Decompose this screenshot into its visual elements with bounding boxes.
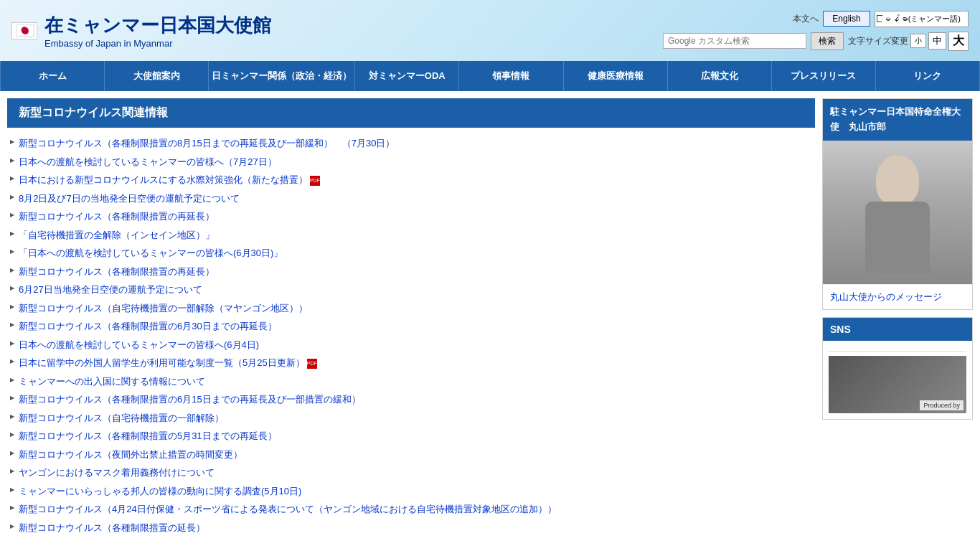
pdf-icon: PDF [310,176,320,186]
news-link[interactable]: 新型コロナウイルス（4月24日付保健・スポーツ省による発表について（ヤンゴン地域… [19,504,557,514]
header-left: 🇯🇵 在ミャンマー日本国大使館 Embassy of Japan in Myan… [11,13,271,49]
nav-item[interactable]: ホーム [0,61,105,91]
sns-produced-by: Produced by [920,400,963,410]
news-link[interactable]: 新型コロナウイルス（各種制限措置の延長） [19,522,205,533]
news-link[interactable]: 新型コロナウイルス（各種制限措置の6月15日までの再延長及び一部措置の緩和） [19,394,361,405]
news-link[interactable]: 6月27日当地発全日空便の運航予定について [19,284,202,295]
search-input[interactable] [663,33,806,49]
ambassador-image [823,141,972,284]
nav-item[interactable]: 広報文化 [668,61,772,91]
ambassador-photo [823,141,972,284]
nav-item[interactable]: 健康医療情報 [564,61,668,91]
list-item: 新型コロナウイルス（各種制限措置の8月15日までの再延長及び一部緩和） （7月3… [10,136,812,151]
section-header: 新型コロナウイルス関連情報 [7,98,815,128]
news-link[interactable]: 新型コロナウイルス（自宅待機措置の一部解除） [19,413,224,423]
language-bar: 本文へ English မြန်မာ(ミャンマー語) [793,11,969,27]
list-item: ミャンマーにいらっしゃる邦人の皆様の動向に関する調査(5月10日) [10,484,812,499]
ambassador-box: 駐ミャンマー日本国特命全権大使 丸山市郎 丸山大使からのメッセージ [822,98,973,310]
list-item: 日本への渡航を検討しているミャンマーの皆様へ(6月4日) [10,338,812,352]
nav-item[interactable]: 大使館案内 [105,61,209,91]
list-item: 新型コロナウイルス（各種制限措置の再延長） [10,209,812,224]
header-right: 本文へ English မြန်မာ(ミャンマー語) 検索 文字サイズ変更 小 … [663,11,969,51]
english-lang-button[interactable]: English [823,11,870,27]
list-item: ミャンマーへの出入国に関する情報について [10,375,812,389]
main-navigation: ホーム大使館案内日ミャンマー関係（政治・経済）対ミャンマーODA領事情報健康医療… [0,61,980,91]
list-item: ヤンゴンにおけるマスク着用義務付けについて [10,466,812,480]
pdf-icon: PDF [307,359,317,369]
jp-text-link[interactable]: 本文へ [793,13,819,25]
sns-header: SNS [823,318,972,341]
nav-item[interactable]: プレスリリース [772,61,876,91]
list-item: 新型コロナウイルス（各種制限措置の延長） [10,521,812,535]
list-item: 新型コロナウイルス（各種制限措置の6月30日までの再延長） [10,319,812,334]
news-link[interactable]: 新型コロナウイルス（各種制限措置の再延長） [19,211,215,222]
news-link[interactable]: 日本への渡航を検討しているミャンマーの皆様へ（7月27日） [19,156,277,167]
list-item: 6月27日当地発全日空便の運航予定について [10,283,812,297]
list-item: 新型コロナウイルス（各種制限措置の5月31日までの再延長） [10,429,812,443]
list-item: 日本への渡航を検討しているミャンマーの皆様へ（7月27日） [10,155,812,169]
ambassador-message-link[interactable]: 丸山大使からのメッセージ [823,284,972,309]
list-item: 「自宅待機措置の全解除（インセイン地区）」 [10,228,812,242]
search-button[interactable]: 検索 [811,32,844,50]
font-size-label: 文字サイズ変更 [848,35,908,47]
font-small-button[interactable]: 小 [910,34,926,48]
sns-thumbnail[interactable]: Produced by [829,356,966,413]
list-item: 新型コロナウイルス（自宅待機措置の一部解除） [10,411,812,425]
news-link[interactable]: 日本への渡航を検討しているミャンマーの皆様へ(6月4日) [19,339,259,350]
myanmar-lang-button[interactable]: မြန်မာ(ミャンマー語) [875,11,969,27]
list-item: 日本における新型コロナウイルスにする水際対策強化（新たな措置）PDF [10,173,812,187]
list-item: 新型コロナウイルス（自宅待機措置の一部解除（マヤンゴン地区）） [10,301,812,316]
font-large-button[interactable]: 大 [948,32,969,51]
nav-item[interactable]: 対ミャンマーODA [355,61,459,91]
search-bar: 検索 文字サイズ変更 小 中 大 [663,32,969,51]
news-link[interactable]: 新型コロナウイルス（夜間外出禁止措置の時間変更） [19,449,242,460]
content-area: 新型コロナウイルス関連情報 新型コロナウイルス（各種制限措置の8月15日までの再… [7,98,815,539]
news-link[interactable]: 新型コロナウイルス（各種制限措置の8月15日までの再延長及び一部緩和） （7月3… [19,138,395,149]
sns-box: SNS Produced by [822,317,973,420]
site-title-english: Embassy of Japan in Myanmar [44,38,271,49]
list-item: 8月2日及び7日の当地発全日空便の運航予定について [10,192,812,206]
nav-item[interactable]: 領事情報 [459,61,563,91]
site-title-japanese: 在ミャンマー日本国大使館 [44,13,271,38]
news-link[interactable]: ミャンマーにいらっしゃる邦人の皆様の動向に関する調査(5月10日) [19,486,301,496]
japan-flag: 🇯🇵 [11,22,37,39]
site-header: 🇯🇵 在ミャンマー日本国大使館 Embassy of Japan in Myan… [0,0,980,61]
news-link[interactable]: 日本における新型コロナウイルスにする水際対策強化（新たな措置） [19,174,308,185]
news-link[interactable]: 「自宅待機措置の全解除（インセイン地区）」 [19,230,215,240]
news-link[interactable]: 日本に留学中の外国人留学生が利用可能な制度一覧（5月25日更新） [19,357,305,368]
font-medium-button[interactable]: 中 [928,32,946,50]
list-item: 「日本への渡航を検討しているミャンマーの皆様へ(6月30日)」 [10,246,812,260]
news-link[interactable]: ミャンマーへの出入国に関する情報について [19,376,205,387]
list-item: 新型コロナウイルス（4月24日付保健・スポーツ省による発表について（ヤンゴン地域… [10,502,812,517]
news-link[interactable]: 新型コロナウイルス（各種制限措置の6月30日までの再延長） [19,321,277,331]
site-title: 在ミャンマー日本国大使館 Embassy of Japan in Myanmar [44,13,271,49]
news-list: 新型コロナウイルス（各種制限措置の8月15日までの再延長及び一部緩和） （7月3… [7,136,815,534]
news-link[interactable]: 新型コロナウイルス（各種制限措置の再延長） [19,266,215,277]
news-link[interactable]: ヤンゴンにおけるマスク着用義務付けについて [19,467,215,478]
nav-item[interactable]: 日ミャンマー関係（政治・経済） [209,61,355,91]
news-link[interactable]: 新型コロナウイルス（各種制限措置の5月31日までの再延長） [19,430,277,441]
list-item: 新型コロナウイルス（各種制限措置の再延長） [10,265,812,279]
news-link[interactable]: 8月2日及び7日の当地発全日空便の運航予定について [19,193,240,204]
main-content: 新型コロナウイルス関連情報 新型コロナウイルス（各種制限措置の8月15日までの再… [0,91,980,546]
list-item: 新型コロナウイルス（各種制限措置の6月15日までの再延長及び一部措置の緩和） [10,392,812,407]
list-item: 新型コロナウイルス（夜間外出禁止措置の時間変更） [10,448,812,462]
nav-item[interactable]: リンク [876,61,980,91]
sns-divider [829,351,966,352]
sns-content: Produced by [823,341,972,419]
news-link[interactable]: 「日本への渡航を検討しているミャンマーの皆様へ(6月30日)」 [19,248,283,258]
sidebar: 駐ミャンマー日本国特命全権大使 丸山市郎 丸山大使からのメッセージ SNS Pr… [822,98,973,539]
list-item: 日本に留学中の外国人留学生が利用可能な制度一覧（5月25日更新）PDF [10,356,812,370]
font-size-controls: 文字サイズ変更 小 中 大 [848,32,969,51]
news-link[interactable]: 新型コロナウイルス（自宅待機措置の一部解除（マヤンゴン地区）） [19,303,308,314]
ambassador-title: 駐ミャンマー日本国特命全権大使 丸山市郎 [823,99,972,141]
